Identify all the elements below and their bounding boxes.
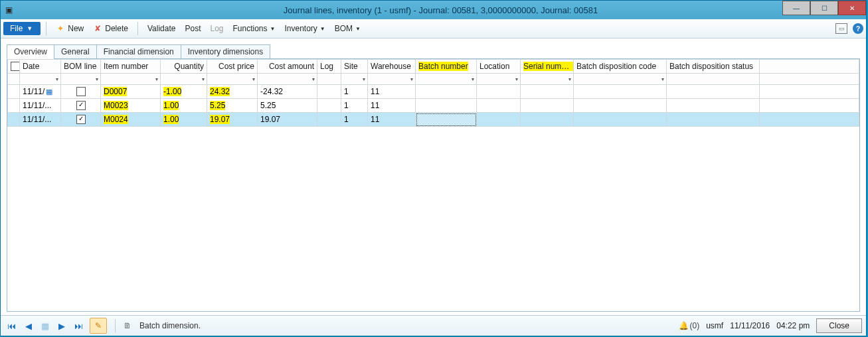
cell-batch-number[interactable] [416, 113, 477, 127]
cell-warehouse[interactable]: 11 [368, 85, 416, 99]
filter-date[interactable]: ▾ [20, 74, 61, 85]
col-batch-disposition-code[interactable]: Batch disposition code [574, 60, 667, 74]
col-site[interactable]: Site [341, 60, 368, 74]
cell-serial-number[interactable] [521, 113, 574, 127]
new-button[interactable]: ✦ New [52, 22, 88, 35]
cell-disposition-code[interactable] [574, 85, 667, 99]
col-log[interactable]: Log [317, 60, 341, 74]
cell-date[interactable]: 11/11/... [20, 99, 61, 113]
cell-item-number[interactable]: M0023 [101, 99, 161, 113]
cell-serial-number[interactable] [521, 99, 574, 113]
cell-quantity[interactable]: 1.00 [161, 113, 207, 127]
cell-location[interactable] [477, 85, 521, 99]
cell-bom-line[interactable]: ✓ [61, 99, 101, 113]
col-quantity[interactable]: Quantity [161, 60, 207, 74]
functions-menu[interactable]: Functions ▼ [229, 22, 280, 35]
col-warehouse[interactable]: Warehouse [368, 60, 416, 74]
cell-warehouse[interactable]: 11 [368, 113, 416, 127]
first-record-button[interactable]: ⏮ [5, 321, 19, 331]
minimize-button[interactable]: — [782, 1, 810, 15]
cell-bom-line[interactable] [61, 85, 101, 99]
cell-site[interactable]: 1 [341, 85, 368, 99]
col-batch-number[interactable]: Batch number [416, 60, 477, 74]
cell-disposition-code[interactable] [574, 113, 667, 127]
close-window-button[interactable]: ✕ [838, 1, 866, 15]
file-menu[interactable]: File ▼ [3, 22, 41, 35]
col-location[interactable]: Location [477, 60, 521, 74]
filter-cost-amount[interactable]: ▾ [258, 74, 317, 85]
validate-button[interactable]: Validate [143, 22, 179, 35]
edit-mode-button[interactable]: ✎ [90, 318, 107, 334]
checkbox-icon[interactable]: ✓ [76, 101, 86, 110]
filter-cost-price[interactable]: ▾ [207, 74, 258, 85]
col-batch-disposition-status[interactable]: Batch disposition status [667, 60, 760, 74]
cell-cost-amount[interactable]: 5.25 [258, 99, 317, 113]
cell-batch-number[interactable] [416, 99, 477, 113]
cell-serial-number[interactable] [521, 85, 574, 99]
tab-inventory-dimensions[interactable]: Inventory dimensions [181, 44, 270, 59]
close-button[interactable]: Close [816, 318, 862, 333]
cell-date[interactable]: 11/11/▦ [20, 85, 61, 99]
cell-date[interactable]: 11/11/... [20, 113, 61, 127]
maximize-button[interactable]: ☐ [810, 1, 838, 15]
filter-location[interactable]: ▾ [477, 74, 521, 85]
table-row[interactable]: 11/11/...✓M00231.005.255.25111 [8, 99, 859, 113]
cell-bom-line[interactable]: ✓ [61, 113, 101, 127]
filter-item-number[interactable]: ▾ [101, 74, 161, 85]
table-row[interactable]: 11/11/▦D0007-1.0024.32-24.32111 [8, 85, 859, 99]
journal-lines-grid[interactable]: Date BOM line Item number Quantity Cost … [7, 59, 859, 127]
tab-general[interactable]: General [54, 44, 97, 59]
inventory-menu[interactable]: Inventory ▼ [280, 22, 329, 35]
cell-site[interactable]: 1 [341, 99, 368, 113]
prev-record-button[interactable]: ◀ [23, 321, 35, 331]
table-row[interactable]: 11/11/...✓M00241.0019.0719.07111 [8, 113, 859, 127]
col-cost-amount[interactable]: Cost amount [258, 60, 317, 74]
filter-quantity[interactable]: ▾ [161, 74, 207, 85]
cell-disposition-status[interactable] [667, 113, 760, 127]
tab-overview[interactable]: Overview [7, 44, 54, 59]
grid-view-button[interactable]: ▦ [39, 321, 52, 331]
cell-item-number[interactable]: M0024 [101, 113, 161, 127]
cell-disposition-code[interactable] [574, 99, 667, 113]
checkbox-icon[interactable]: ✓ [76, 115, 86, 124]
bom-menu[interactable]: BOM ▼ [331, 22, 365, 35]
document-icon[interactable]: 🗎 [124, 321, 131, 330]
calendar-icon[interactable]: ▦ [46, 88, 52, 96]
col-item-number[interactable]: Item number [101, 60, 161, 74]
col-date[interactable]: Date [20, 60, 61, 74]
filter-serial[interactable]: ▾ [521, 74, 574, 85]
filter-warehouse[interactable]: ▾ [368, 74, 416, 85]
checkbox-icon[interactable] [76, 87, 86, 96]
filter-bom-line[interactable]: ▾ [61, 74, 101, 85]
help-icon[interactable]: ? [853, 23, 863, 34]
cell-site[interactable]: 1 [341, 113, 368, 127]
cell-warehouse[interactable]: 11 [368, 99, 416, 113]
filter-dispcode[interactable]: ▾ [574, 74, 667, 85]
cell-disposition-status[interactable] [667, 85, 760, 99]
log-button[interactable]: Log [206, 22, 227, 35]
cell-item-number[interactable]: D0007 [101, 85, 161, 99]
checkbox-icon[interactable] [11, 62, 20, 71]
cell-quantity[interactable]: -1.00 [161, 85, 207, 99]
cell-cost-amount[interactable]: 19.07 [258, 113, 317, 127]
cell-location[interactable] [477, 99, 521, 113]
cell-cost-price[interactable]: 19.07 [207, 113, 258, 127]
delete-button[interactable]: ✘ Delete [89, 22, 132, 35]
col-cost-price[interactable]: Cost price [207, 60, 258, 74]
col-serial-number[interactable]: Serial number [521, 60, 574, 74]
cell-cost-price[interactable]: 5.25 [207, 99, 258, 113]
cell-batch-number[interactable] [416, 85, 477, 99]
next-record-button[interactable]: ▶ [56, 321, 68, 331]
cell-cost-amount[interactable]: -24.32 [258, 85, 317, 99]
cell-location[interactable] [477, 113, 521, 127]
cell-disposition-status[interactable] [667, 99, 760, 113]
last-record-button[interactable]: ⏭ [72, 321, 86, 331]
attachment-icon[interactable]: ▭ [835, 23, 847, 34]
select-all-header[interactable] [8, 60, 20, 74]
filter-batch[interactable]: ▾ [416, 74, 477, 85]
cell-cost-price[interactable]: 24.32 [207, 85, 258, 99]
col-bom-line[interactable]: BOM line [61, 60, 101, 74]
tab-financial-dimension[interactable]: Financial dimension [96, 44, 181, 59]
post-button[interactable]: Post [181, 22, 205, 35]
filter-site[interactable]: ▾ [341, 74, 368, 85]
